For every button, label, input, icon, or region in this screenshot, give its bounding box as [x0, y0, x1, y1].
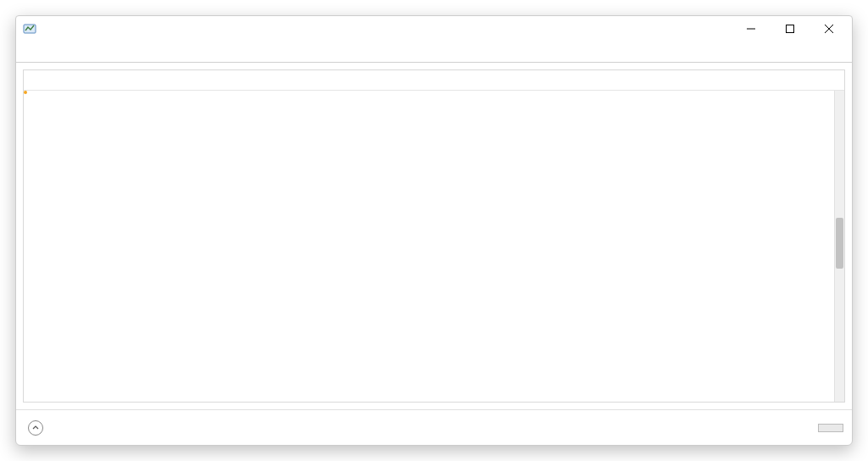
- menubar: [16, 42, 852, 58]
- titlebar[interactable]: [16, 16, 852, 42]
- scroll-thumb[interactable]: [836, 218, 843, 269]
- tab-strip: [16, 58, 852, 63]
- svg-rect-2: [787, 25, 794, 33]
- vertical-scrollbar[interactable]: [834, 91, 844, 402]
- close-button[interactable]: [810, 16, 849, 42]
- chevron-up-icon: [28, 420, 43, 436]
- app-icon: [23, 22, 36, 36]
- minimize-button[interactable]: [732, 16, 771, 42]
- footer: [16, 409, 852, 445]
- task-manager-window: [15, 15, 853, 446]
- end-task-button[interactable]: [818, 424, 843, 432]
- column-headers[interactable]: [24, 70, 844, 91]
- details-panel: [23, 69, 845, 403]
- fewer-details-button[interactable]: [25, 419, 52, 437]
- process-list[interactable]: [24, 91, 834, 402]
- maximize-button[interactable]: [771, 16, 810, 42]
